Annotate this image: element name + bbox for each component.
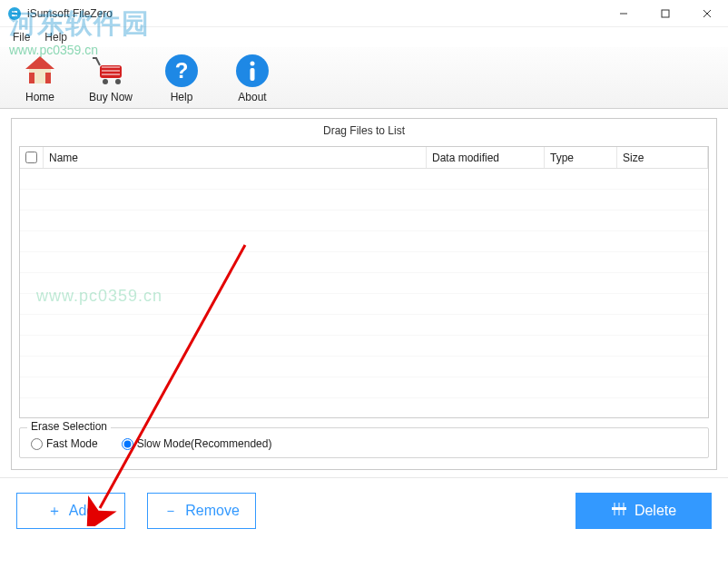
fast-mode-option[interactable]: Fast Mode — [31, 437, 98, 450]
slow-mode-option[interactable]: Slow Mode(Recommended) — [122, 437, 272, 450]
close-button[interactable] — [686, 0, 728, 27]
button-bar: ＋ Add － Remove Delete — [0, 477, 728, 545]
shredder-icon — [611, 502, 627, 520]
column-size[interactable]: Size — [617, 147, 708, 168]
svg-rect-18 — [251, 68, 255, 81]
svg-point-17 — [251, 61, 255, 65]
toolbar-buy-now[interactable]: Buy Now — [82, 53, 140, 103]
slow-mode-radio[interactable] — [122, 438, 133, 450]
fast-mode-label: Fast Mode — [46, 437, 98, 450]
slow-mode-label: Slow Mode(Recommended) — [137, 437, 272, 450]
erase-selection-group: Erase Selection Fast Mode Slow Mode(Reco… — [19, 427, 709, 458]
minus-icon: － — [163, 502, 178, 521]
file-table: Name Data modified Type Size — [19, 146, 709, 418]
table-header: Name Data modified Type Size — [20, 147, 708, 169]
svg-text:?: ? — [175, 58, 189, 83]
toolbar-home[interactable]: Home — [11, 53, 69, 103]
svg-rect-2 — [662, 10, 669, 17]
window-title: iSumsoft FileZero — [27, 7, 603, 20]
svg-point-0 — [8, 7, 21, 20]
help-icon: ? — [163, 53, 200, 89]
fast-mode-radio[interactable] — [31, 438, 43, 450]
remove-button-label: Remove — [185, 503, 240, 519]
app-icon — [7, 6, 22, 21]
column-type[interactable]: Type — [545, 147, 617, 168]
menu-file[interactable]: File — [5, 29, 37, 45]
drag-files-label: Drag Files to List — [12, 119, 716, 142]
toolbar-buy-now-label: Buy Now — [89, 91, 133, 103]
svg-point-12 — [103, 79, 108, 84]
menubar: File Help — [0, 27, 728, 47]
column-modified[interactable]: Data modified — [427, 147, 545, 168]
column-name[interactable]: Name — [44, 147, 427, 168]
remove-button[interactable]: － Remove — [147, 493, 256, 529]
delete-button[interactable]: Delete — [576, 493, 712, 529]
menu-help[interactable]: Help — [37, 29, 74, 45]
select-all-checkbox[interactable] — [25, 152, 37, 163]
plus-icon: ＋ — [47, 502, 62, 521]
window-controls — [603, 0, 728, 27]
content-area: Drag Files to List Name Data modified Ty… — [0, 109, 728, 470]
file-panel: Drag Files to List Name Data modified Ty… — [11, 118, 717, 470]
erase-legend: Erase Selection — [27, 420, 111, 433]
minimize-button[interactable] — [603, 0, 644, 27]
titlebar: iSumsoft FileZero — [0, 0, 728, 27]
toolbar-help-label: Help — [171, 91, 193, 103]
toolbar-about-label: About — [238, 91, 266, 103]
column-checkbox[interactable] — [20, 147, 44, 168]
toolbar-about[interactable]: About — [223, 53, 281, 103]
svg-rect-7 — [29, 69, 51, 73]
svg-rect-19 — [612, 507, 626, 510]
delete-button-label: Delete — [635, 503, 676, 519]
add-button-label: Add — [69, 503, 94, 519]
svg-rect-6 — [34, 73, 45, 83]
table-body[interactable] — [20, 169, 708, 417]
cart-icon — [93, 53, 129, 89]
toolbar-home-label: Home — [25, 91, 54, 103]
add-button[interactable]: ＋ Add — [16, 493, 125, 529]
maximize-button[interactable] — [644, 0, 686, 27]
toolbar-help[interactable]: ? Help — [152, 53, 211, 103]
home-icon — [22, 53, 58, 89]
info-icon — [234, 53, 271, 89]
svg-point-13 — [115, 79, 121, 84]
toolbar: Home Buy Now ? Help About — [0, 47, 728, 109]
